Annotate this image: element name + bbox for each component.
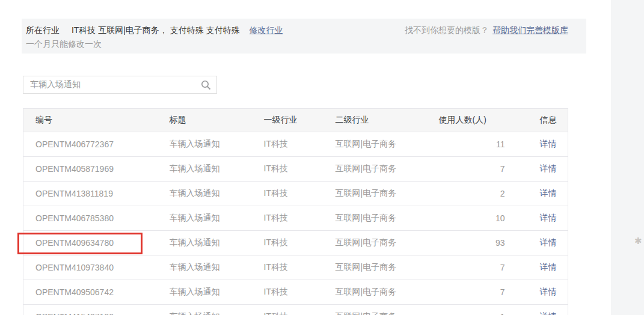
search-box: [23, 76, 217, 94]
template-id: OPENTM409506742: [35, 287, 114, 297]
detail-link[interactable]: 详情: [540, 237, 557, 247]
cell-industry1: IT科技: [264, 255, 336, 280]
column-header-users: 使用人数(人): [439, 109, 505, 132]
detail-link[interactable]: 详情: [540, 287, 557, 296]
cell-industry1: IT科技: [264, 132, 336, 157]
template-id: OPENTM409634780: [35, 238, 114, 248]
table-row: OPENTM415437190车辆入场通知IT科技互联网|电子商务1详情: [23, 305, 568, 315]
cell-template-id: OPENTM413811819: [23, 182, 170, 206]
detail-link[interactable]: 详情: [540, 213, 557, 222]
table-row: OPENTM410973840车辆入场通知IT科技互联网|电子商务7详情: [23, 255, 568, 280]
cell-industry2: 互联网|电子商务: [336, 255, 439, 280]
column-header-industry2: 二级行业: [336, 109, 439, 132]
cell-industry1: IT科技: [264, 231, 336, 255]
template-id: OPENTM415437190: [35, 312, 114, 315]
cell-info: 详情: [505, 157, 568, 182]
cell-template-id: OPENTM415437190: [23, 305, 170, 315]
table-row: OPENTM405871969车辆入场通知IT科技互联网|电子商务7详情: [23, 157, 568, 182]
cell-user-count: 93: [439, 231, 505, 255]
cell-user-count: 7: [439, 157, 505, 182]
cell-info: 详情: [505, 231, 568, 255]
cell-title: 车辆入场通知: [170, 206, 264, 231]
table-body: OPENTM406772367车辆入场通知IT科技互联网|电子商务11详情OPE…: [23, 132, 568, 315]
template-id: OPENTM405871969: [35, 164, 114, 174]
cell-title: 车辆入场通知: [170, 157, 264, 182]
cell-title: 车辆入场通知: [170, 182, 264, 206]
cell-title: 车辆入场通知: [170, 132, 264, 157]
cell-info: 详情: [505, 305, 568, 315]
cell-user-count: 10: [439, 206, 505, 231]
detail-link[interactable]: 详情: [540, 188, 557, 198]
template-id: OPENTM410973840: [35, 263, 114, 272]
cell-info: 详情: [505, 182, 568, 206]
cell-template-id: OPENTM409634780: [23, 231, 170, 255]
edit-industry-link[interactable]: 修改行业: [250, 25, 283, 35]
industry-label: 所在行业: [26, 25, 60, 35]
cell-industry2: 互联网|电子商务: [336, 231, 439, 255]
table-row: OPENTM406772367车辆入场通知IT科技互联网|电子商务11详情: [23, 132, 568, 157]
column-header-title: 标题: [170, 109, 264, 132]
detail-link[interactable]: 详情: [540, 262, 557, 272]
page-background-strip: ✱: [611, 0, 644, 315]
cell-title: 车辆入场通知: [170, 231, 264, 255]
cell-info: 详情: [505, 255, 568, 280]
table-row: OPENTM413811819车辆入场通知IT科技互联网|电子商务2详情: [23, 182, 568, 206]
industry-bar: 所在行业 IT科技 互联网|电子商务， 支付特殊 支付特殊 修改行业 找不到你想…: [22, 19, 586, 54]
column-header-id: 编号: [23, 109, 170, 132]
detail-link[interactable]: 详情: [540, 311, 557, 315]
cell-template-id: OPENTM406772367: [23, 132, 170, 157]
template-table: 编号 标题 一级行业 二级行业 使用人数(人) 信息 OPENTM4067723…: [23, 108, 568, 315]
table-row: OPENTM409634780车辆入场通知IT科技互联网|电子商务93详情: [23, 231, 568, 255]
cell-title: 车辆入场通知: [170, 255, 264, 280]
cell-industry2: 互联网|电子商务: [336, 206, 439, 231]
cell-user-count: 1: [439, 305, 505, 315]
table-header-row: 编号 标题 一级行业 二级行业 使用人数(人) 信息: [23, 109, 568, 132]
cell-title: 车辆入场通知: [170, 305, 264, 315]
cell-template-id: OPENTM405871969: [23, 157, 170, 182]
template-id: OPENTM406772367: [35, 139, 114, 149]
cell-industry1: IT科技: [264, 182, 336, 206]
cell-industry2: 互联网|电子商务: [336, 305, 439, 315]
detail-link[interactable]: 详情: [540, 139, 557, 148]
template-id: OPENTM406785380: [35, 213, 114, 223]
cell-industry2: 互联网|电子商务: [336, 157, 439, 182]
cell-info: 详情: [505, 206, 568, 231]
table-row: OPENTM409506742车辆入场通知IT科技互联网|电子商务7详情: [23, 280, 568, 305]
cell-template-id: OPENTM409506742: [23, 280, 170, 305]
industry-value: IT科技 互联网|电子商务， 支付特殊 支付特殊: [72, 25, 240, 35]
table-row: OPENTM406785380车辆入场通知IT科技互联网|电子商务10详情: [23, 206, 568, 231]
cell-template-id: OPENTM406785380: [23, 206, 170, 231]
template-id: OPENTM413811819: [35, 189, 113, 198]
industry-note: 一个月只能修改一次: [26, 39, 102, 50]
help-improve-library-link[interactable]: 帮助我们完善模版库: [492, 25, 568, 35]
help-question-text: 找不到你想要的模版？: [405, 25, 489, 35]
cell-industry2: 互联网|电子商务: [336, 182, 439, 206]
cell-industry1: IT科技: [264, 280, 336, 305]
cell-user-count: 7: [439, 280, 505, 305]
cell-user-count: 2: [439, 182, 505, 206]
search-icon[interactable]: [201, 80, 211, 90]
cell-industry2: 互联网|电子商务: [336, 280, 439, 305]
search-input[interactable]: [23, 76, 216, 93]
cell-user-count: 7: [439, 255, 505, 280]
cell-industry1: IT科技: [264, 206, 336, 231]
cell-industry2: 互联网|电子商务: [336, 132, 439, 157]
column-header-industry1: 一级行业: [264, 109, 336, 132]
page: ✱ 所在行业 IT科技 互联网|电子商务， 支付特殊 支付特殊 修改行业 找不到…: [0, 0, 644, 315]
puzzle-icon[interactable]: ✱: [634, 236, 642, 246]
cell-info: 详情: [505, 280, 568, 305]
cell-user-count: 11: [439, 132, 505, 157]
cell-industry1: IT科技: [264, 305, 336, 315]
cell-industry1: IT科技: [264, 157, 336, 182]
cell-info: 详情: [505, 132, 568, 157]
cell-title: 车辆入场通知: [170, 280, 264, 305]
column-header-info: 信息: [505, 109, 568, 132]
detail-link[interactable]: 详情: [540, 164, 557, 173]
cell-template-id: OPENTM410973840: [23, 255, 170, 280]
